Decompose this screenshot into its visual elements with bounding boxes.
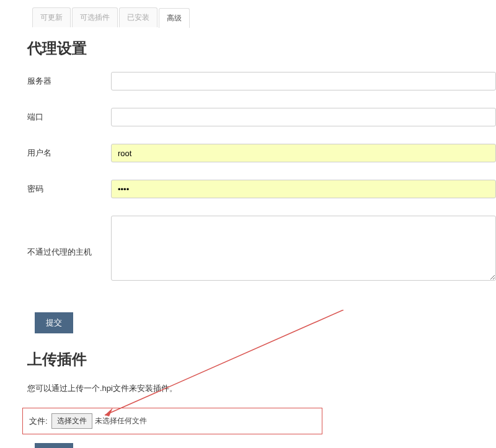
- username-label: 用户名: [27, 147, 111, 159]
- noproxy-label: 不通过代理的主机: [27, 216, 111, 258]
- file-status-text: 未选择任何文件: [95, 416, 147, 426]
- tabs-bar: 可更新 可选插件 已安装 高级: [0, 0, 496, 27]
- server-label: 服务器: [27, 76, 111, 87]
- upload-description: 您可以通过上传一个.hpi文件来安装插件。: [27, 383, 496, 394]
- file-label: 文件:: [29, 416, 48, 427]
- submit-button[interactable]: 提交: [35, 312, 73, 333]
- port-input[interactable]: [111, 108, 496, 126]
- password-label: 密码: [27, 183, 111, 195]
- username-input[interactable]: [111, 144, 496, 162]
- file-upload-row: 文件: 选择文件 未选择任何文件: [22, 408, 322, 434]
- upload-plugin-heading: 上传插件: [27, 349, 496, 369]
- tab-updates[interactable]: 可更新: [32, 7, 71, 27]
- tab-installed[interactable]: 已安装: [119, 7, 157, 27]
- proxy-settings-heading: 代理设置: [27, 38, 496, 58]
- upload-button[interactable]: 上传: [35, 443, 73, 448]
- noproxy-textarea[interactable]: [111, 216, 496, 281]
- port-label: 端口: [27, 112, 111, 123]
- password-input[interactable]: [111, 180, 496, 198]
- server-input[interactable]: [111, 72, 496, 90]
- tab-advanced[interactable]: 高级: [159, 8, 190, 28]
- tab-available[interactable]: 可选插件: [72, 7, 118, 27]
- choose-file-button[interactable]: 选择文件: [51, 413, 92, 429]
